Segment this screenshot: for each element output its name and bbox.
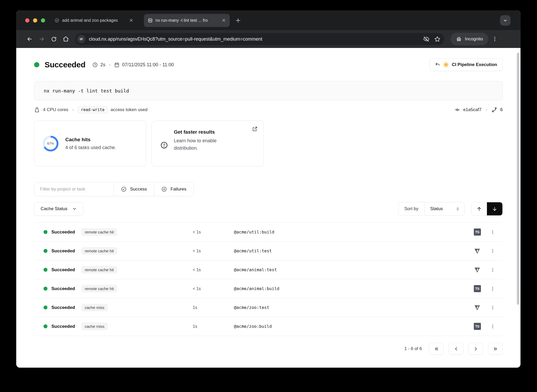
status-dot [34, 62, 39, 67]
row-menu-icon[interactable] [486, 305, 499, 310]
nx-cloud-favicon [148, 18, 153, 23]
row-task[interactable]: @acme/util:test [234, 248, 468, 253]
close-tab-icon[interactable] [222, 18, 226, 23]
undo-arrow-icon [435, 62, 440, 67]
sort-ascending-button[interactable] [471, 202, 487, 215]
status-dot [44, 306, 47, 309]
tab-search-button[interactable] [500, 15, 511, 26]
sort-field-select[interactable]: Status [424, 202, 465, 215]
close-window-button[interactable] [25, 18, 29, 23]
address-bar[interactable]: cloud.nx.app/runs/agsvEHsQc8?utm_source=… [75, 33, 444, 45]
status-dot [44, 324, 47, 328]
browser-tab-pull-request[interactable]: add animal and zoo packages [51, 14, 137, 27]
reload-button[interactable] [48, 33, 60, 45]
separator-dot [109, 64, 110, 66]
run-command: nx run-many -t lint test build [34, 81, 503, 100]
status-dot [44, 287, 47, 291]
bookmark-star-icon[interactable] [434, 36, 441, 42]
browser-menu-icon[interactable] [492, 36, 498, 42]
row-task[interactable]: @acme/animal:test [234, 267, 468, 272]
status-dot [44, 268, 47, 272]
forward-button[interactable] [36, 33, 48, 45]
incognito-icon [456, 36, 462, 42]
commit-icon [454, 107, 460, 113]
cache-card-title: Cache hits [65, 137, 116, 143]
sort-by-label: Sort by [399, 202, 424, 215]
clock-icon [92, 62, 98, 68]
browser-tab-strip: add animal and zoo packages nx run-many … [16, 10, 520, 30]
table-row[interactable]: Succeeded remote cache hit < 1s @acme/an… [34, 260, 503, 279]
row-task[interactable]: @acme/util:build [234, 230, 468, 235]
typescript-icon: TS [474, 228, 481, 236]
row-task[interactable]: @acme/zoo:build [234, 324, 468, 329]
row-task[interactable]: @acme/zoo:test [234, 305, 468, 310]
cache-donut-chart: 67% [43, 136, 58, 151]
tab-title: add animal and zoo packages [62, 18, 126, 23]
url-text: cloud.nx.app/runs/agsvEHsQc8?utm_source=… [89, 36, 418, 42]
linux-penguin-icon [34, 107, 40, 113]
row-menu-icon[interactable] [486, 248, 499, 254]
new-tab-button[interactable] [235, 17, 241, 24]
minimize-window-button[interactable] [33, 18, 37, 23]
separator-dot [486, 109, 487, 111]
ci-pipeline-execution-button[interactable]: CI Pipeline Execution [429, 58, 503, 71]
browser-toolbar: cloud.nx.app/runs/agsvEHsQc8?utm_source=… [16, 30, 520, 48]
chevron-left-icon [453, 346, 459, 352]
table-row[interactable]: Succeeded cache miss 1s @acme/zoo:build … [34, 317, 503, 336]
row-menu-icon[interactable] [486, 230, 499, 235]
zoom-window-button[interactable] [41, 18, 45, 23]
cache-badge: cache miss [81, 304, 108, 311]
pipeline-status-dot [444, 63, 448, 66]
external-link-icon[interactable] [252, 126, 258, 132]
cache-status-dropdown[interactable]: Cache Status [34, 202, 83, 216]
cache-badge: remote cache hit [81, 285, 117, 292]
table-row[interactable]: Succeeded cache miss 1s @acme/zoo:test T… [34, 298, 503, 317]
pr-check-favicon [54, 18, 60, 23]
home-button[interactable] [60, 33, 72, 45]
distribution-card[interactable]: Get faster results Learn how to enable d… [152, 121, 264, 166]
access-token-text: access token used [111, 107, 148, 112]
row-status-label: Succeeded [51, 267, 75, 273]
table-row[interactable]: Succeeded remote cache hit < 1s @acme/ut… [34, 223, 503, 242]
filter-bar: Success Failures [34, 182, 194, 196]
typescript-icon: TS [474, 323, 481, 330]
cache-badge: remote cache hit [81, 266, 117, 274]
failures-filter-button[interactable]: Failures [154, 182, 193, 196]
vitest-icon [474, 266, 481, 273]
page-scrollbar[interactable] [517, 53, 519, 305]
sort-field-value: Status [430, 206, 443, 211]
commit-hash[interactable]: e1a5caf7 [463, 107, 482, 112]
eye-off-icon[interactable] [423, 36, 429, 42]
filter-input[interactable] [34, 182, 114, 196]
chevrons-right-icon [493, 346, 498, 352]
row-menu-icon[interactable] [486, 286, 499, 291]
cache-badge: remote cache hit [81, 247, 117, 255]
previous-page-button[interactable] [449, 343, 463, 355]
select-chevrons-icon [455, 207, 460, 211]
separator-dot [72, 109, 74, 111]
table-row[interactable]: Succeeded remote cache hit < 1s @acme/ut… [34, 242, 503, 260]
success-filter-label: Success [130, 187, 147, 192]
incognito-label: Incognito [465, 36, 483, 42]
last-page-button[interactable] [488, 343, 503, 355]
back-button[interactable] [24, 33, 36, 45]
pipeline-button-label: CI Pipeline Execution [452, 62, 497, 67]
row-task[interactable]: @acme/animal:build [234, 286, 468, 291]
pagination: 1 - 6 of 6 [34, 343, 503, 355]
calendar-icon [114, 62, 120, 68]
site-info-icon[interactable] [77, 35, 85, 43]
sort-descending-button[interactable] [487, 202, 502, 215]
duration-text: 2s [100, 62, 105, 68]
next-page-button[interactable] [468, 343, 483, 355]
browser-tab-nx-run[interactable]: nx run-many -t lint test ... fro [144, 14, 230, 27]
success-filter-button[interactable]: Success [114, 182, 154, 196]
close-tab-icon[interactable] [129, 18, 133, 23]
branch-count[interactable]: 6 [500, 107, 503, 112]
table-row[interactable]: Succeeded remote cache hit < 1s @acme/an… [34, 279, 503, 298]
vitest-icon [474, 304, 481, 311]
first-page-button[interactable] [429, 343, 444, 355]
cache-percent-label: 67% [47, 141, 54, 145]
row-menu-icon[interactable] [486, 267, 499, 273]
table-controls: Cache Status Sort by Status [34, 202, 503, 216]
row-menu-icon[interactable] [486, 324, 499, 329]
